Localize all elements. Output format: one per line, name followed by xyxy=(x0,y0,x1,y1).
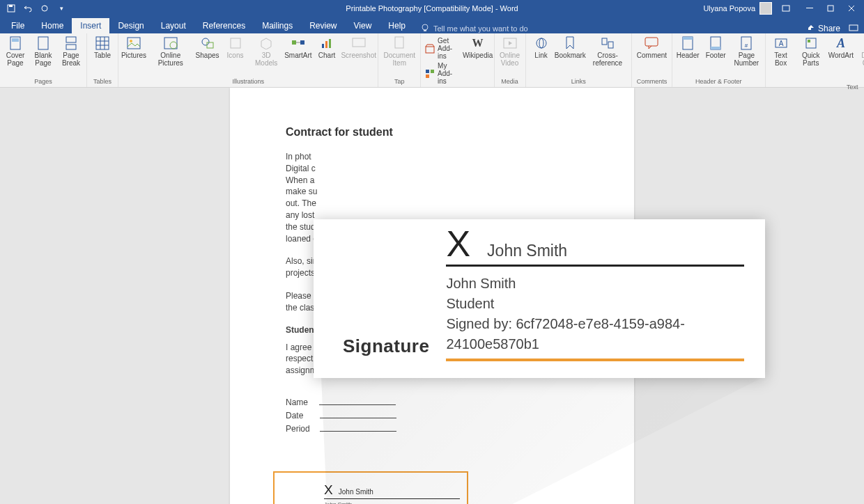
cross-ref-icon xyxy=(601,36,615,50)
svg-rect-19 xyxy=(128,38,140,49)
smartart-button[interactable]: SmartArt xyxy=(285,35,311,61)
callout-meta: John Smith Student Signed by: 6cf72048-e… xyxy=(446,274,744,354)
user-name[interactable]: Ulyana Popova xyxy=(703,4,755,13)
svg-rect-36 xyxy=(431,70,434,73)
ribbon-display-icon[interactable] xyxy=(776,1,796,15)
svg-point-2 xyxy=(42,6,47,11)
tab-design[interactable]: Design xyxy=(109,18,152,33)
minimize-button[interactable] xyxy=(800,1,819,15)
svg-point-40 xyxy=(539,38,543,48)
signature-signed-name: John Smith xyxy=(339,488,373,496)
callout-signature-line: X John Smith xyxy=(446,226,744,267)
ribbon-group-tables: Table Tables xyxy=(87,33,118,87)
ribbon-group-addins: Get Add-ins My Add-ins WWikipedia Add-in… xyxy=(421,33,494,87)
ribbon-group-label: Tables xyxy=(90,77,115,87)
tab-mailings[interactable]: Mailings xyxy=(254,18,301,33)
svg-point-22 xyxy=(170,42,177,49)
svg-rect-12 xyxy=(66,37,76,42)
ribbon-group-text: AText Box Quick Parts AWordArt ADrop Cap… xyxy=(766,33,864,87)
tell-me-label: Tell me what you want to do xyxy=(433,24,528,33)
tab-help[interactable]: Help xyxy=(380,18,414,33)
share-label: Share xyxy=(818,24,840,33)
maximize-button[interactable] xyxy=(821,1,840,15)
share-icon xyxy=(807,24,815,33)
wikipedia-button[interactable]: WWikipedia xyxy=(465,35,491,61)
page-number-button[interactable]: #Page Number xyxy=(731,35,762,68)
comment-button[interactable]: Comment xyxy=(635,35,669,61)
svg-rect-53 xyxy=(808,40,810,42)
table-icon xyxy=(95,36,109,50)
signature-object[interactable]: Signature X John Smith John Smith Studen… xyxy=(273,471,468,504)
signature-meta: John Smith Student Signed by: 6cf72048-e… xyxy=(324,501,460,504)
icons-icon xyxy=(229,36,242,50)
cross-reference-button[interactable]: Cross-reference xyxy=(587,35,628,68)
cover-page-button[interactable]: Cover Page xyxy=(3,35,28,68)
svg-rect-10 xyxy=(12,38,19,42)
doc-heading: Contract for student xyxy=(286,126,578,139)
avatar[interactable] xyxy=(759,2,772,15)
svg-point-20 xyxy=(130,40,132,42)
svg-rect-14 xyxy=(96,37,109,49)
tab-references[interactable]: References xyxy=(194,18,254,33)
qat-customize-icon[interactable]: ▾ xyxy=(56,3,67,14)
tab-file[interactable]: File xyxy=(3,18,33,33)
svg-rect-8 xyxy=(849,25,858,31)
close-button[interactable] xyxy=(842,1,861,15)
header-button[interactable]: Header xyxy=(675,35,700,61)
document-area[interactable]: Contract for student In phot Digital c W… xyxy=(0,88,864,504)
svg-rect-25 xyxy=(231,38,240,48)
callout-x: X xyxy=(446,226,470,262)
share-button[interactable]: Share xyxy=(807,24,840,33)
comments-pane-icon[interactable] xyxy=(849,24,858,33)
tab-home[interactable]: Home xyxy=(33,18,72,33)
form-name-line: Name xyxy=(286,396,578,409)
pictures-button[interactable]: Pictures xyxy=(121,35,146,61)
page-break-button[interactable]: Page Break xyxy=(59,35,84,68)
footer-icon xyxy=(709,36,723,50)
get-addins-button[interactable]: Get Add-ins xyxy=(424,36,462,61)
my-addins-button[interactable]: My Add-ins xyxy=(424,61,462,86)
svg-point-39 xyxy=(537,38,546,48)
3d-models-icon xyxy=(259,36,273,50)
link-button[interactable]: Link xyxy=(529,35,554,61)
screenshot-icon xyxy=(352,36,366,50)
wordart-icon: A xyxy=(834,36,848,50)
header-icon xyxy=(681,36,695,50)
svg-rect-32 xyxy=(353,38,365,47)
svg-rect-24 xyxy=(207,42,213,48)
tab-view[interactable]: View xyxy=(346,18,380,33)
form-date-line: Date xyxy=(286,409,578,423)
addins-icon xyxy=(425,69,435,79)
shapes-button[interactable]: Shapes xyxy=(195,35,220,61)
undo-icon[interactable] xyxy=(22,3,33,14)
page-number-icon: # xyxy=(739,36,753,50)
svg-rect-5 xyxy=(828,6,833,11)
online-pictures-button[interactable]: Online Pictures xyxy=(149,35,192,68)
link-icon xyxy=(534,36,548,50)
blank-page-button[interactable]: Blank Page xyxy=(31,35,56,68)
chart-button[interactable]: Chart xyxy=(314,35,339,61)
online-video-button: Online Video xyxy=(497,35,523,68)
footer-button[interactable]: Footer xyxy=(703,35,728,61)
wordart-button[interactable]: AWordArt xyxy=(828,35,854,61)
quick-parts-button[interactable]: Quick Parts xyxy=(796,35,826,68)
bookmark-button[interactable]: Bookmark xyxy=(557,35,585,61)
ribbon-group-media: Online Video Media xyxy=(495,33,526,87)
tell-me-search[interactable]: Tell me what you want to do xyxy=(414,24,535,33)
ribbon-group-label: Header & Footer xyxy=(675,77,762,87)
save-icon[interactable] xyxy=(6,3,17,14)
table-button[interactable]: Table xyxy=(90,35,115,61)
document-item-button: Document Item xyxy=(381,35,417,68)
store-icon xyxy=(425,44,435,54)
tab-layout[interactable]: Layout xyxy=(153,18,194,33)
redo-icon[interactable] xyxy=(39,3,50,14)
text-box-button[interactable]: AText Box xyxy=(769,35,794,68)
tab-review[interactable]: Review xyxy=(301,18,345,33)
svg-rect-42 xyxy=(608,42,613,48)
tab-insert[interactable]: Insert xyxy=(72,18,109,33)
title-bar: ▾ Printable Photography [Compatibility M… xyxy=(0,0,864,17)
wikipedia-icon: W xyxy=(471,36,485,50)
icons-button: Icons xyxy=(223,35,248,61)
ribbon-group-label: Tap xyxy=(381,77,417,87)
svg-rect-1 xyxy=(9,5,13,7)
